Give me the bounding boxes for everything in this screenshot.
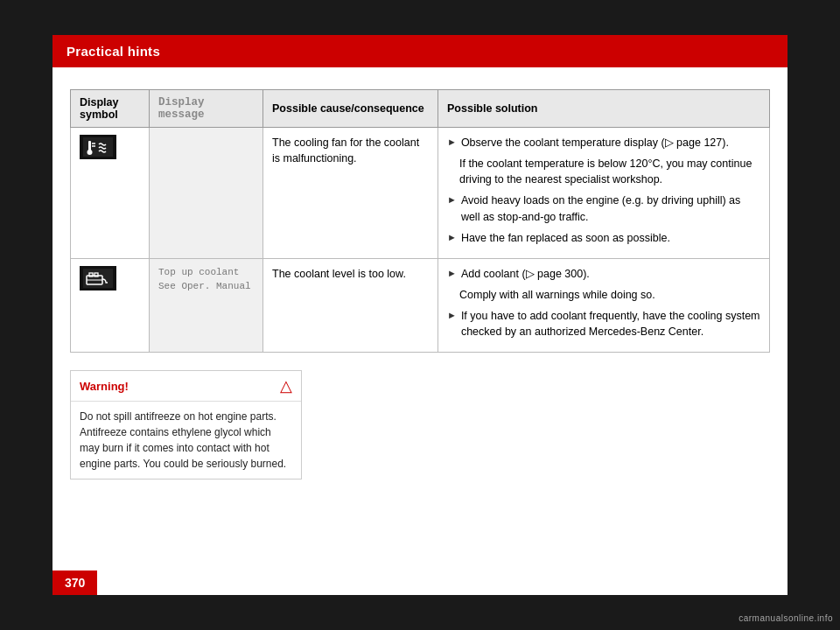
solution-note: Comply with all warnings while doing so.: [447, 287, 760, 303]
cause-text-1: The cooling fan for the coolant is malfu…: [272, 136, 419, 164]
solution-item: ► Avoid heavy loads on the engine (e.g. …: [447, 192, 760, 224]
warning-body: Do not spill antifreeze on hot engine pa…: [71, 402, 301, 479]
bullet-arrow: ►: [447, 231, 457, 246]
symbol-cell-2: [71, 258, 150, 353]
watermark: carmanualsonline.info: [738, 613, 833, 623]
solution-cell-2: ► Add coolant (▷ page 300). Comply with …: [438, 258, 770, 353]
warning-header: Warning! △: [71, 371, 301, 402]
cause-text-2: The coolant level is too low.: [272, 268, 406, 280]
coolant-symbol-icon: [80, 266, 116, 290]
bullet-arrow: ►: [447, 193, 457, 224]
table-row: The cooling fan for the coolant is malfu…: [71, 128, 770, 259]
warning-box: Warning! △ Do not spill antifreeze on ho…: [70, 370, 302, 480]
fan-svg: [83, 137, 113, 157]
bullet-arrow: ►: [447, 309, 457, 340]
solution-cell-1: ► Observe the coolant temperature displa…: [438, 128, 770, 259]
coolant-svg: [83, 269, 113, 288]
solution-item: ► If you have to add coolant frequently,…: [447, 308, 760, 340]
solution-item: ► Have the fan replaced as soon as possi…: [447, 230, 760, 246]
solution-text: Observe the coolant temperature display …: [461, 135, 760, 150]
solution-item: ► Add coolant (▷ page 300).: [447, 266, 760, 282]
header-bar: Practical hints: [52, 35, 788, 67]
header-title: Practical hints: [66, 44, 160, 59]
col-header-solution: Possible solution: [438, 90, 770, 128]
solution-text: Avoid heavy loads on the engine (e.g. by…: [461, 192, 760, 224]
solution-text: Add coolant (▷ page 300).: [461, 266, 760, 282]
page-number: 370: [52, 570, 97, 595]
solution-item: ► Observe the coolant temperature displa…: [447, 135, 760, 150]
solution-text: Have the fan replaced as soon as possibl…: [461, 230, 760, 246]
symbol-cell-1: [71, 128, 150, 259]
col-header-symbol: Display symbol: [71, 90, 150, 128]
cause-cell-2: The coolant level is too low.: [263, 258, 438, 353]
warning-triangle-icon: △: [280, 376, 292, 396]
col-header-message: Display message: [150, 90, 263, 128]
main-content: Display symbol Display message Possible …: [52, 72, 788, 595]
cause-cell-1: The cooling fan for the coolant is malfu…: [263, 128, 438, 259]
data-table: Display symbol Display message Possible …: [70, 89, 770, 353]
bullet-arrow: ►: [447, 267, 457, 282]
svg-point-2: [88, 150, 93, 155]
message-cell-2: Top up coolant See Oper. Manual: [150, 258, 263, 353]
warning-label: Warning!: [80, 380, 129, 393]
col-header-cause: Possible cause/consequence: [263, 90, 438, 128]
table-row: Top up coolant See Oper. Manual The cool…: [71, 258, 770, 353]
message-cell-1: [150, 128, 263, 259]
bullet-arrow: ►: [447, 136, 457, 150]
fan-symbol-icon: [80, 135, 116, 159]
solution-text: If you have to add coolant frequently, h…: [461, 308, 760, 340]
solution-note: If the coolant temperature is below 120°…: [447, 156, 760, 187]
